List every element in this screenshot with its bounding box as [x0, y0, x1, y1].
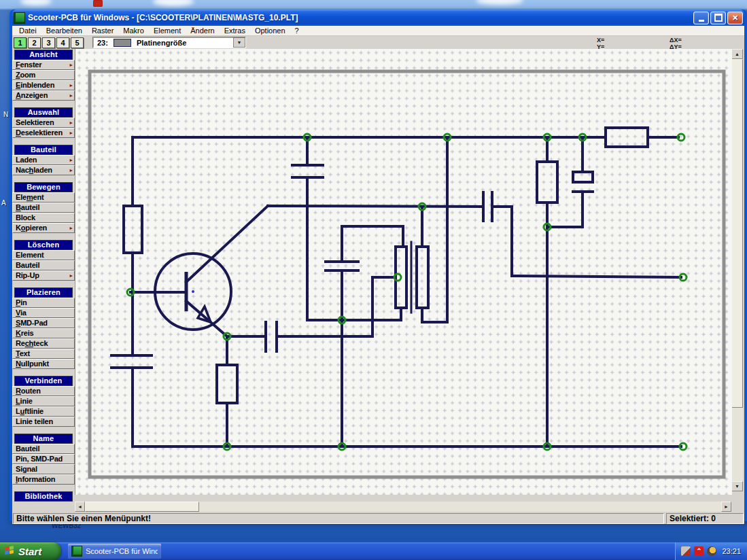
horizontal-scroll-thumb[interactable]: [85, 502, 199, 512]
horizontal-scrollbar[interactable]: ◄ ►: [75, 502, 731, 512]
menu-item-ändern[interactable]: Ändern: [186, 26, 219, 35]
sidebar-item-nullpunkt[interactable]: Nullpunkt: [12, 359, 75, 369]
sidebar-item-element[interactable]: Element: [12, 250, 75, 260]
taskbar: Start Scooter-PCB für Wind... ⌃ 23:21: [0, 542, 747, 560]
schematic-drawing[interactable]: [75, 49, 732, 495]
sidebar-item-luftlinie[interactable]: Luftlinie: [12, 406, 75, 417]
sidebar-section-bewegen: Bewegen: [14, 182, 73, 192]
menubar: DateiBearbeitenRasterMakroElementÄndernE…: [12, 26, 744, 36]
sidebar-item-bauteil[interactable]: Bauteil: [12, 444, 75, 454]
submenu-arrow-icon: ►: [69, 120, 73, 126]
sidebar-item-kopieren[interactable]: Kopieren►: [12, 223, 75, 233]
tray-icon[interactable]: [707, 546, 716, 556]
sidebar-item-nachladen[interactable]: Nachladen►: [12, 165, 75, 175]
sidebar-item-einblenden[interactable]: Einblenden►: [12, 80, 75, 90]
sidebar-item-routen[interactable]: Routen: [12, 386, 75, 396]
vertical-scroll-thumb[interactable]: [731, 59, 743, 408]
antivirus-tray-icon[interactable]: ⌃: [694, 546, 703, 556]
trace: [268, 206, 483, 207]
start-button[interactable]: Start: [0, 542, 61, 560]
menu-item-element[interactable]: Element: [149, 26, 186, 35]
sidebar-item-pin[interactable]: Pin: [12, 298, 75, 308]
sidebar-item-via[interactable]: Via: [12, 308, 75, 318]
system-tray: ⌃ 23:21: [675, 542, 747, 560]
sidebar-item-linie-teilen[interactable]: Linie teilen: [12, 417, 75, 427]
vertical-scrollbar[interactable]: ▲ ▼: [731, 49, 743, 502]
sidebar-item-bauteil[interactable]: Bauteil: [12, 260, 75, 270]
pcb-canvas[interactable]: [75, 49, 731, 495]
sidebar-item-block[interactable]: Block: [12, 213, 75, 223]
sidebar-section-verbinden: Verbinden: [14, 376, 73, 386]
taskbar-clock: 23:21: [722, 547, 741, 555]
page-button-1[interactable]: 1: [14, 37, 27, 48]
sidebar-item-laden[interactable]: Laden►: [12, 155, 75, 165]
sidebar-item-smd-pad[interactable]: SMD-Pad: [12, 318, 75, 328]
taskbar-task-button[interactable]: Scooter-PCB für Wind...: [68, 544, 161, 559]
sidebar-item-bauteil[interactable]: Bauteil: [12, 203, 75, 213]
sidebar-item-deselektieren[interactable]: Deselektieren►: [12, 128, 75, 138]
sidebar-item-text[interactable]: Text: [12, 349, 75, 359]
minimize-button[interactable]: [693, 12, 709, 24]
sidebar-item-signal[interactable]: Signal: [12, 464, 75, 474]
scrollbar-corner: [731, 491, 743, 502]
scroll-right-button[interactable]: ►: [721, 502, 731, 512]
app-icon[interactable]: [14, 12, 25, 24]
sidebar-item-rip-up[interactable]: Rip-Up►: [12, 270, 75, 281]
desktop-cloud: [20, 0, 52, 5]
status-message: Bitte wählen Sie einen Menüpunkt!: [13, 513, 664, 524]
scroll-left-button[interactable]: ◄: [75, 502, 85, 512]
menu-item-extras[interactable]: Extras: [220, 26, 250, 35]
page-button-3[interactable]: 3: [42, 37, 55, 48]
sidebar-item-rechteck[interactable]: Rechteck: [12, 338, 75, 349]
desktop-icon-label: N: [3, 111, 8, 118]
scroll-down-button[interactable]: ▼: [731, 481, 743, 491]
sidebar-section-bibliothek: Bibliothek: [14, 491, 73, 502]
sidebar-section-löschen: Löschen: [14, 240, 73, 250]
cursor-coordinates: X= Y=: [597, 37, 604, 50]
page-button-4[interactable]: 4: [56, 37, 69, 48]
sidebar-item-anzeigen[interactable]: Anzeigen►: [12, 90, 75, 101]
layer-number: 23:: [97, 39, 108, 47]
sidebar-section-bauteil: Bauteil: [14, 145, 73, 155]
submenu-arrow-icon: ►: [69, 273, 73, 279]
windows-flag-icon: [5, 546, 15, 557]
desktop-icon-fragment[interactable]: [93, 0, 103, 7]
sidebar-item-pin-smd-pad[interactable]: Pin, SMD-Pad: [12, 454, 75, 464]
maximize-button[interactable]: [710, 12, 726, 24]
page-buttons: 12345: [14, 37, 85, 48]
sidebar-item-kreis[interactable]: Kreis: [12, 328, 75, 338]
sidebar-item-linie[interactable]: Linie: [12, 396, 75, 406]
scroll-up-button[interactable]: ▲: [731, 49, 743, 59]
layer-combobox[interactable]: 23: Platinengröße ▼: [92, 37, 246, 48]
page-button-5[interactable]: 5: [71, 37, 84, 48]
horizontal-scroll-track[interactable]: [199, 502, 721, 512]
submenu-arrow-icon: ►: [69, 130, 73, 136]
sidebar-section-name: Name: [14, 434, 73, 444]
menu-item-datei[interactable]: Datei: [14, 26, 41, 35]
sidebar-item-information[interactable]: Information: [12, 474, 75, 485]
menu-item-raster[interactable]: Raster: [87, 26, 118, 35]
close-icon: ✕: [732, 14, 738, 22]
submenu-arrow-icon: ►: [69, 92, 73, 99]
submenu-arrow-icon: ►: [69, 82, 73, 88]
statusbar: Bitte wählen Sie einen Menüpunkt! Selekt…: [12, 512, 744, 524]
task-label: Scooter-PCB für Wind...: [86, 547, 158, 555]
menu-item-optionen[interactable]: Optionen: [250, 26, 290, 35]
close-button[interactable]: ✕: [727, 12, 743, 24]
combo-dropdown-button[interactable]: ▼: [233, 37, 245, 48]
menu-item-[interactable]: ?: [290, 26, 304, 35]
sidebar-item-selektieren[interactable]: Selektieren►: [12, 118, 75, 128]
menu-item-makro[interactable]: Makro: [118, 26, 149, 35]
sidebar-item-zoom[interactable]: Zoom: [12, 70, 75, 80]
network-tray-icon[interactable]: [681, 546, 691, 556]
sidebar-section-ansicht: Ansicht: [14, 50, 73, 60]
titlebar[interactable]: Scooter-PCB für Windows - [C:\SCOOTER\PL…: [12, 10, 744, 26]
menu-item-bearbeiten[interactable]: Bearbeiten: [41, 26, 87, 35]
app-window: Scooter-PCB für Windows - [C:\SCOOTER\PL…: [10, 10, 747, 521]
page-button-2[interactable]: 2: [28, 37, 41, 48]
sidebar-item-element[interactable]: Element: [12, 192, 75, 203]
vertical-scroll-track[interactable]: [731, 408, 743, 481]
desktop-icon-label: A: [1, 199, 6, 207]
maximize-icon: [714, 14, 723, 22]
sidebar-item-fenster[interactable]: Fenster►: [12, 60, 75, 70]
